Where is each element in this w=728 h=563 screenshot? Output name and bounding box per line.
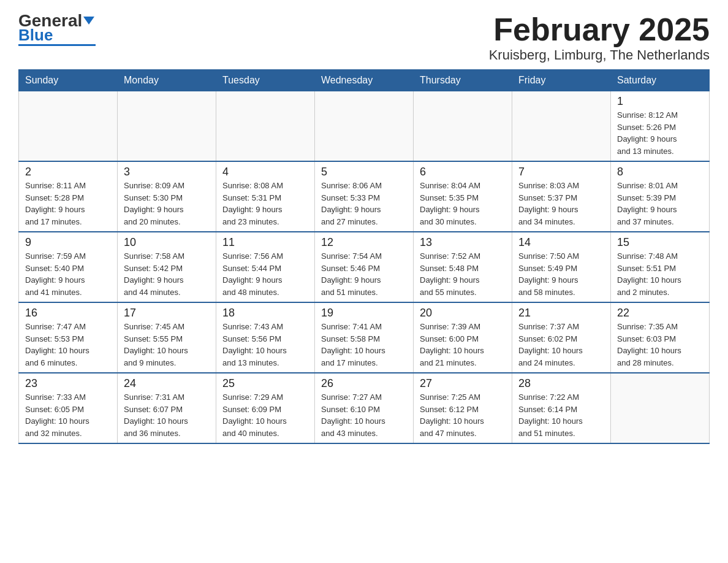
day-number: 26 — [321, 377, 407, 390]
day-info: Sunrise: 7:47 AM Sunset: 5:53 PM Dayligh… — [25, 321, 111, 369]
day-number: 11 — [222, 236, 308, 249]
day-info: Sunrise: 7:58 AM Sunset: 5:42 PM Dayligh… — [124, 250, 210, 298]
day-info: Sunrise: 7:59 AM Sunset: 5:40 PM Dayligh… — [25, 250, 111, 298]
calendar-cell: 16Sunrise: 7:47 AM Sunset: 5:53 PM Dayli… — [19, 302, 118, 373]
day-info: Sunrise: 7:29 AM Sunset: 6:09 PM Dayligh… — [222, 391, 308, 439]
calendar-cell: 13Sunrise: 7:52 AM Sunset: 5:48 PM Dayli… — [414, 232, 512, 302]
calendar-table: SundayMondayTuesdayWednesdayThursdayFrid… — [18, 69, 710, 444]
day-number: 13 — [420, 236, 506, 249]
calendar-cell — [315, 91, 414, 162]
header-thursday: Thursday — [414, 70, 512, 91]
day-number: 1 — [617, 95, 703, 108]
day-info: Sunrise: 7:31 AM Sunset: 6:07 PM Dayligh… — [124, 391, 210, 439]
calendar-cell: 7Sunrise: 8:03 AM Sunset: 5:37 PM Daylig… — [512, 161, 611, 232]
day-info: Sunrise: 8:12 AM Sunset: 5:26 PM Dayligh… — [617, 109, 703, 157]
calendar-cell: 25Sunrise: 7:29 AM Sunset: 6:09 PM Dayli… — [216, 373, 315, 443]
calendar-cell: 20Sunrise: 7:39 AM Sunset: 6:00 PM Dayli… — [414, 302, 512, 373]
calendar-week-row: 16Sunrise: 7:47 AM Sunset: 5:53 PM Dayli… — [19, 302, 710, 373]
calendar-week-row: 1Sunrise: 8:12 AM Sunset: 5:26 PM Daylig… — [19, 91, 710, 162]
day-info: Sunrise: 7:35 AM Sunset: 6:03 PM Dayligh… — [617, 321, 703, 369]
day-info: Sunrise: 7:43 AM Sunset: 5:56 PM Dayligh… — [222, 321, 308, 369]
calendar-cell: 10Sunrise: 7:58 AM Sunset: 5:42 PM Dayli… — [118, 232, 216, 302]
title-block: February 2025 Kruisberg, Limburg, The Ne… — [489, 12, 710, 63]
calendar-cell — [512, 91, 611, 162]
day-number: 5 — [321, 166, 407, 178]
calendar-cell: 27Sunrise: 7:25 AM Sunset: 6:12 PM Dayli… — [414, 373, 512, 443]
day-info: Sunrise: 8:08 AM Sunset: 5:31 PM Dayligh… — [222, 180, 308, 228]
day-info: Sunrise: 8:03 AM Sunset: 5:37 PM Dayligh… — [518, 180, 604, 228]
day-number: 22 — [617, 307, 703, 320]
calendar-header-row: SundayMondayTuesdayWednesdayThursdayFrid… — [19, 70, 710, 91]
day-number: 8 — [617, 166, 703, 178]
day-number: 14 — [518, 236, 604, 249]
header-wednesday: Wednesday — [315, 70, 414, 91]
day-info: Sunrise: 8:09 AM Sunset: 5:30 PM Dayligh… — [124, 180, 210, 228]
day-number: 21 — [518, 307, 604, 320]
day-number: 17 — [124, 307, 210, 320]
calendar-cell: 15Sunrise: 7:48 AM Sunset: 5:51 PM Dayli… — [611, 232, 710, 302]
logo: General Blue — [18, 12, 96, 46]
day-number: 27 — [420, 377, 506, 390]
day-number: 18 — [222, 307, 308, 320]
calendar-cell: 22Sunrise: 7:35 AM Sunset: 6:03 PM Dayli… — [611, 302, 710, 373]
calendar-cell — [216, 91, 315, 162]
calendar-cell: 6Sunrise: 8:04 AM Sunset: 5:35 PM Daylig… — [414, 161, 512, 232]
calendar-cell — [19, 91, 118, 162]
header-sunday: Sunday — [19, 70, 118, 91]
day-info: Sunrise: 7:37 AM Sunset: 6:02 PM Dayligh… — [518, 321, 604, 369]
day-info: Sunrise: 7:33 AM Sunset: 6:05 PM Dayligh… — [25, 391, 111, 439]
calendar-cell: 2Sunrise: 8:11 AM Sunset: 5:28 PM Daylig… — [19, 161, 118, 232]
calendar-cell — [414, 91, 512, 162]
day-info: Sunrise: 8:04 AM Sunset: 5:35 PM Dayligh… — [420, 180, 506, 228]
day-number: 3 — [124, 166, 210, 178]
logo-underline — [18, 44, 96, 46]
day-info: Sunrise: 7:54 AM Sunset: 5:46 PM Dayligh… — [321, 250, 407, 298]
day-number: 16 — [25, 307, 111, 320]
day-info: Sunrise: 8:06 AM Sunset: 5:33 PM Dayligh… — [321, 180, 407, 228]
page-header: General Blue February 2025 Kruisberg, Li… — [18, 12, 710, 63]
calendar-cell: 24Sunrise: 7:31 AM Sunset: 6:07 PM Dayli… — [118, 373, 216, 443]
logo-blue: Blue — [18, 27, 53, 43]
day-number: 4 — [222, 166, 308, 178]
day-info: Sunrise: 8:11 AM Sunset: 5:28 PM Dayligh… — [25, 180, 111, 228]
day-number: 6 — [420, 166, 506, 178]
day-number: 7 — [518, 166, 604, 178]
calendar-cell: 3Sunrise: 8:09 AM Sunset: 5:30 PM Daylig… — [118, 161, 216, 232]
calendar-cell: 18Sunrise: 7:43 AM Sunset: 5:56 PM Dayli… — [216, 302, 315, 373]
page-title: February 2025 — [489, 12, 710, 47]
day-info: Sunrise: 7:50 AM Sunset: 5:49 PM Dayligh… — [518, 250, 604, 298]
calendar-cell: 1Sunrise: 8:12 AM Sunset: 5:26 PM Daylig… — [611, 91, 710, 162]
day-info: Sunrise: 7:56 AM Sunset: 5:44 PM Dayligh… — [222, 250, 308, 298]
page-subtitle: Kruisberg, Limburg, The Netherlands — [489, 47, 710, 63]
day-number: 2 — [25, 166, 111, 178]
header-tuesday: Tuesday — [216, 70, 315, 91]
calendar-cell: 21Sunrise: 7:37 AM Sunset: 6:02 PM Dayli… — [512, 302, 611, 373]
day-number: 12 — [321, 236, 407, 249]
header-monday: Monday — [118, 70, 216, 91]
calendar-cell: 9Sunrise: 7:59 AM Sunset: 5:40 PM Daylig… — [19, 232, 118, 302]
day-info: Sunrise: 7:48 AM Sunset: 5:51 PM Dayligh… — [617, 250, 703, 298]
day-info: Sunrise: 7:41 AM Sunset: 5:58 PM Dayligh… — [321, 321, 407, 369]
calendar-cell: 12Sunrise: 7:54 AM Sunset: 5:46 PM Dayli… — [315, 232, 414, 302]
day-info: Sunrise: 7:52 AM Sunset: 5:48 PM Dayligh… — [420, 250, 506, 298]
calendar-cell: 28Sunrise: 7:22 AM Sunset: 6:14 PM Dayli… — [512, 373, 611, 443]
calendar-cell — [118, 91, 216, 162]
calendar-cell: 5Sunrise: 8:06 AM Sunset: 5:33 PM Daylig… — [315, 161, 414, 232]
calendar-week-row: 23Sunrise: 7:33 AM Sunset: 6:05 PM Dayli… — [19, 373, 710, 443]
calendar-cell: 8Sunrise: 8:01 AM Sunset: 5:39 PM Daylig… — [611, 161, 710, 232]
day-info: Sunrise: 7:27 AM Sunset: 6:10 PM Dayligh… — [321, 391, 407, 439]
day-number: 20 — [420, 307, 506, 320]
day-number: 10 — [124, 236, 210, 249]
header-saturday: Saturday — [611, 70, 710, 91]
calendar-cell: 11Sunrise: 7:56 AM Sunset: 5:44 PM Dayli… — [216, 232, 315, 302]
day-number: 9 — [25, 236, 111, 249]
day-number: 28 — [518, 377, 604, 390]
day-info: Sunrise: 8:01 AM Sunset: 5:39 PM Dayligh… — [617, 180, 703, 228]
day-info: Sunrise: 7:22 AM Sunset: 6:14 PM Dayligh… — [518, 391, 604, 439]
day-number: 19 — [321, 307, 407, 320]
calendar-cell: 17Sunrise: 7:45 AM Sunset: 5:55 PM Dayli… — [118, 302, 216, 373]
calendar-cell — [611, 373, 710, 443]
day-info: Sunrise: 7:39 AM Sunset: 6:00 PM Dayligh… — [420, 321, 506, 369]
calendar-cell: 23Sunrise: 7:33 AM Sunset: 6:05 PM Dayli… — [19, 373, 118, 443]
calendar-cell: 26Sunrise: 7:27 AM Sunset: 6:10 PM Dayli… — [315, 373, 414, 443]
